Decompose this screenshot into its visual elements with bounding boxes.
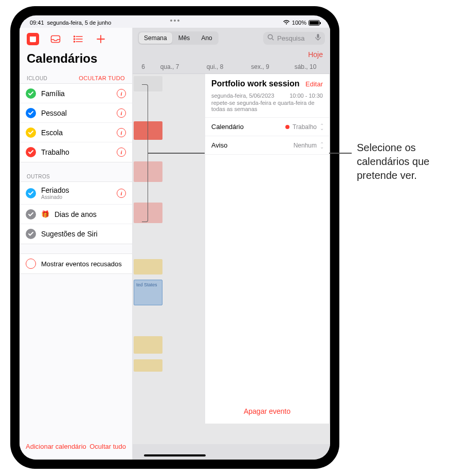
status-bar: 09:41 segunda-feira, 5 de junho 100%	[20, 15, 330, 28]
today-row: Hoje	[133, 48, 330, 62]
search-icon	[267, 34, 274, 42]
hide-all-icloud-button[interactable]: OCULTAR TUDO	[79, 75, 125, 81]
ipad-screen: 09:41 segunda-feira, 5 de junho 100%	[20, 15, 330, 460]
mic-icon[interactable]	[315, 34, 321, 43]
calendar-row-escola[interactable]: Escola i	[20, 123, 132, 142]
chevron-updown-icon: ⌃⌄	[320, 143, 323, 148]
event-snippet-label: ted States	[134, 280, 162, 289]
svg-point-6	[74, 36, 75, 37]
multitask-dots[interactable]	[170, 20, 179, 22]
callout-bracket	[142, 84, 148, 222]
calendar-row-feriados[interactable]: Feriados Assinado i	[20, 182, 132, 205]
home-indicator[interactable]	[144, 454, 206, 456]
checkmark-icon[interactable]	[26, 88, 36, 99]
outros-section-label: OUTROS	[27, 174, 50, 179]
icloud-section-label: ICLOUD	[27, 76, 47, 81]
hide-all-button[interactable]: Ocultar tudo	[89, 443, 126, 450]
calendar-row-dias-de-anos[interactable]: 🎁 Dias de anos	[20, 205, 132, 224]
calendar-color-dot	[285, 125, 289, 129]
calendar-icon[interactable]	[27, 33, 39, 45]
aviso-field-row[interactable]: Aviso Nenhum ⌃⌄	[205, 136, 329, 155]
event-block[interactable]: ted States	[134, 280, 162, 305]
inbox-icon[interactable]	[49, 33, 62, 45]
svg-rect-13	[317, 34, 319, 38]
day-header[interactable]: sex., 9	[238, 63, 283, 70]
main-toolbar: Semana Mês Ano Pesquisa	[133, 28, 330, 48]
checkmark-icon[interactable]	[26, 147, 36, 157]
segment-week[interactable]: Semana	[139, 32, 172, 44]
battery-pct: 100%	[292, 20, 306, 26]
delete-event-button[interactable]: Apagar evento	[205, 399, 329, 424]
day-header[interactable]: sáb., 10	[283, 63, 328, 70]
calendars-sidebar: Calendários ICLOUD OCULTAR TUDO Família …	[20, 28, 133, 460]
icloud-section-header: ICLOUD OCULTAR TUDO	[20, 73, 132, 83]
outros-section-header: OUTROS	[20, 172, 132, 181]
info-icon[interactable]: i	[117, 128, 126, 137]
svg-rect-2	[51, 36, 60, 43]
event-block[interactable]	[134, 336, 162, 354]
status-date: segunda-feira, 5 de junho	[47, 20, 112, 26]
sidebar-title: Calendários	[20, 46, 132, 73]
event-block[interactable]	[134, 259, 162, 274]
event-recurrence: repete-se segunda-feira e quarta-feira d…	[211, 100, 323, 112]
search-input[interactable]: Pesquisa	[263, 32, 325, 45]
add-calendar-button[interactable]: Adicionar calendário	[26, 443, 86, 450]
checkmark-icon[interactable]	[26, 108, 36, 118]
calendar-row-trabalho[interactable]: Trabalho i	[20, 142, 132, 162]
checkmark-icon[interactable]	[26, 229, 36, 239]
calendar-row-sugestoes-siri[interactable]: Sugestões de Siri	[20, 224, 132, 244]
calendar-label: Feriados	[41, 186, 112, 194]
svg-point-11	[268, 34, 272, 39]
add-icon[interactable]	[95, 33, 107, 45]
event-block[interactable]	[134, 203, 162, 223]
event-block[interactable]	[134, 121, 162, 140]
search-placeholder: Pesquisa	[277, 34, 304, 42]
checkbox-empty-icon[interactable]	[26, 259, 36, 269]
show-declined-row[interactable]: Mostrar eventos recusados	[20, 254, 132, 273]
sidebar-toolbar	[20, 28, 132, 46]
show-declined-label: Mostrar eventos recusados	[41, 260, 126, 268]
battery-icon	[308, 20, 320, 26]
list-icon[interactable]	[72, 33, 84, 45]
main-area: Semana Mês Ano Pesquisa Hoje 6 qua., 7	[133, 28, 330, 460]
calendar-label: Escola	[41, 129, 112, 137]
calendar-field-row[interactable]: Calendário Trabalho ⌃⌄	[205, 118, 329, 136]
day-header[interactable]: 6	[135, 63, 147, 70]
checkmark-icon[interactable]	[26, 127, 36, 138]
checkmark-icon[interactable]	[26, 188, 36, 198]
segment-month[interactable]: Mês	[173, 32, 195, 44]
event-detail-panel: Portfolio work session Editar segunda-fe…	[205, 74, 329, 424]
calendar-grid[interactable]: ted States Portfolio work session Editar	[133, 74, 330, 444]
event-date: segunda-feira, 5/06/2023	[211, 93, 274, 99]
event-title: Portfolio work session	[211, 79, 305, 88]
sidebar-footer: Adicionar calendário Ocultar tudo	[20, 436, 132, 460]
event-block[interactable]	[134, 359, 162, 372]
view-segmented-control[interactable]: Semana Mês Ano	[138, 31, 219, 45]
checkmark-icon[interactable]	[26, 209, 36, 219]
icloud-calendar-list: Família i Pessoal i Escola i	[20, 83, 132, 162]
event-block[interactable]	[134, 76, 162, 91]
calendar-row-familia[interactable]: Família i	[20, 84, 132, 103]
calendar-label: Pessoal	[41, 109, 112, 117]
svg-point-7	[74, 39, 75, 40]
segment-year[interactable]: Ano	[196, 32, 217, 44]
calendar-label: Sugestões de Siri	[41, 230, 126, 238]
event-block[interactable]	[134, 161, 162, 182]
declined-events-list: Mostrar eventos recusados	[20, 253, 132, 274]
info-icon[interactable]: i	[117, 108, 126, 118]
day-header[interactable]: qui., 8	[192, 63, 238, 70]
info-icon[interactable]: i	[117, 89, 126, 98]
calendar-label: Dias de anos	[55, 210, 126, 218]
svg-line-12	[272, 39, 274, 40]
birthday-icon: 🎁	[41, 210, 49, 218]
aviso-field-label: Aviso	[211, 141, 228, 149]
day-header[interactable]: qua., 7	[147, 63, 192, 70]
calendar-row-pessoal[interactable]: Pessoal i	[20, 103, 132, 123]
calendar-label: Família	[41, 89, 112, 98]
today-button[interactable]: Hoje	[308, 50, 323, 59]
info-icon[interactable]: i	[117, 189, 126, 198]
event-meta: segunda-feira, 5/06/2023 10:00 - 10:30 r…	[205, 90, 329, 118]
info-icon[interactable]: i	[117, 148, 126, 157]
day-header-strip: 6 qua., 7 qui., 8 sex., 9 sáb., 10	[133, 62, 330, 74]
edit-button[interactable]: Editar	[305, 80, 323, 88]
